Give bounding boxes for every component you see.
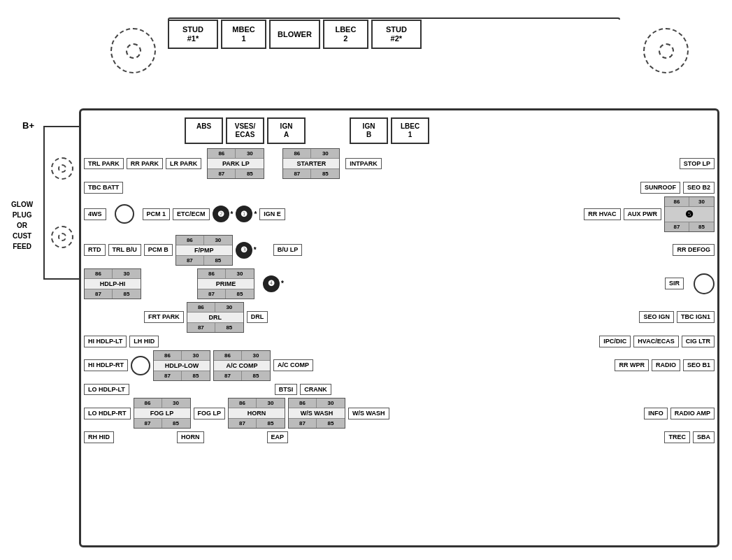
top-right-connector xyxy=(643,28,689,73)
num-circle-2: ❷ xyxy=(213,206,229,222)
stud1-box: STUD #1* xyxy=(168,20,218,49)
lbec1-box: LBEC1 xyxy=(391,117,429,144)
glow-plug-label: GLOWPLUGORCUSTFEED xyxy=(11,199,33,252)
trl-park-fuse: TRL PARK xyxy=(84,158,124,170)
fuse-row-6: FRT PARK 86 30 DRL 87 85 DRL SEO IGN TBC… xyxy=(81,302,717,333)
radio-amp-fuse: RADIO AMP xyxy=(670,408,715,419)
rr-park-fuse: RR PARK xyxy=(127,158,163,170)
ipc-dic-fuse: IPC/DIC xyxy=(599,336,631,347)
fuse-row-10: LO HDLP-RT 86 30 FOG LP 87 85 FOG LP 86 … xyxy=(81,398,717,429)
fuse-row-8: HI HDLP-RT 86 30 HDLP-LOW 87 85 86 30 xyxy=(81,350,717,381)
left-bottom-connector xyxy=(51,226,73,248)
num5-relay: 86 30 ❺ 87 85 xyxy=(664,196,715,232)
sir-fuse: SIR xyxy=(665,278,684,289)
hvac-ecas-fuse: HVAC/ECAS xyxy=(633,336,678,347)
park-lp-relay: 86 30 PARK LP 87 85 xyxy=(207,148,264,179)
num4-item: ❹ * xyxy=(263,275,284,292)
open-circle-1 xyxy=(115,204,134,224)
intpark-fuse: INTPARK xyxy=(345,158,381,170)
hdlp-hi-relay: 86 30 HDLP-HI 87 85 xyxy=(84,268,141,299)
fuse-row-3: 4WS PCM 1 ETC/ECM ❷ * ❶ * IGN E RR HVAC … xyxy=(81,196,717,232)
etc-ecm-fuse: ETC/ECM xyxy=(173,208,210,220)
lbec2-box: LBEC2 xyxy=(323,20,368,49)
pcm-b-fuse: PCM B xyxy=(144,244,173,256)
left-connector-box xyxy=(43,126,80,280)
main-container: STUD #1* MBEC1 BLOWER LBEC2 STUD#2* B+ G… xyxy=(0,0,732,560)
trl-bu-fuse: TRL B/U xyxy=(108,244,141,256)
tbc-ign1-fuse: TBC IGN1 xyxy=(677,311,715,323)
sunroof-fuse: SUNROOF xyxy=(640,182,680,194)
lo-hdlp-lt-fuse: LO HDLP-LT xyxy=(84,384,129,396)
frt-park-fuse: FRT PARK xyxy=(144,311,184,323)
hi-hdlp-rt-fuse: HI HDLP-RT xyxy=(84,359,128,371)
rr-hvac-fuse: RR HVAC xyxy=(584,208,620,220)
btsi-fuse: BTSI xyxy=(275,384,298,396)
bu-lp-fuse: B/U LP xyxy=(273,244,303,256)
top-left-connector xyxy=(110,28,156,73)
fog-lp-label-fuse: FOG LP xyxy=(194,408,226,419)
prime-relay: 86 30 PRIME 87 85 xyxy=(197,268,254,299)
fuse-row-1: TRL PARK RR PARK LR PARK 86 30 PARK LP 8… xyxy=(81,148,717,179)
num-circle-3: ❸ xyxy=(236,242,252,259)
seo-ign-fuse: SEO IGN xyxy=(639,311,674,323)
horn-label-fuse: HORN xyxy=(177,431,204,443)
fog-lp-relay: 86 30 FOG LP 87 85 xyxy=(134,398,191,429)
horn-relay: 86 30 HORN 87 85 xyxy=(228,398,285,429)
radio-fuse: RADIO xyxy=(652,359,680,371)
lo-hdlp-rt-fuse: LO HDLP-RT xyxy=(84,408,131,419)
hdlp-low-relay: 86 30 HDLP-LOW 87 85 xyxy=(153,350,210,381)
rr-defog-fuse: RR DEFOG xyxy=(673,244,715,256)
left-top-connector xyxy=(51,157,73,180)
num3-item: ❸ * xyxy=(236,242,257,259)
lh-hid-fuse: LH HID xyxy=(129,336,159,347)
crank-fuse: CRANK xyxy=(300,384,331,396)
tbc-batt-fuse: TBC BATT xyxy=(84,182,123,194)
open-circle-2 xyxy=(694,273,715,294)
stud2-box: STUD#2* xyxy=(371,20,422,49)
fpmp-relay: 86 30 F/PMP 87 85 xyxy=(175,235,233,266)
bplus-label: B+ xyxy=(22,120,34,131)
fuse-row-2: TBC BATT SUNROOF SEO B2 xyxy=(81,182,717,194)
fuse-row-11: RH HID HORN EAP TREC SBA xyxy=(81,431,717,443)
vses-box: VSES/ECAS xyxy=(226,117,264,144)
pcm1-fuse: PCM 1 xyxy=(143,208,171,220)
num2-item: ❷ * xyxy=(213,206,234,222)
drl-label-fuse: DRL xyxy=(247,311,268,323)
eap-fuse: EAP xyxy=(267,431,289,443)
hi-hdlp-lt-fuse: HI HDLP-LT xyxy=(84,336,127,347)
fuse-row-5: 86 30 HDLP-HI 87 85 86 30 PRIME 87 xyxy=(81,268,717,299)
rr-wpr-fuse: RR WPR xyxy=(615,359,649,371)
info-fuse: INFO xyxy=(644,408,668,419)
starter-relay: 86 30 STARTER 87 85 xyxy=(282,148,340,179)
fuse-row-4: RTD TRL B/U PCM B 86 30 F/PMP 87 85 ❸ * xyxy=(81,235,717,266)
top-box-row: STUD #1* MBEC1 BLOWER LBEC2 STUD#2* xyxy=(168,20,422,49)
ign-b-box: IGNB xyxy=(350,117,388,144)
seo-b1-fuse: SEO B1 xyxy=(683,359,715,371)
sba-fuse: SBA xyxy=(693,431,715,443)
ac-comp-relay: 86 30 A/C COMP 87 85 xyxy=(213,350,271,381)
fws-fuse: 4WS xyxy=(84,208,106,220)
open-circle-3 xyxy=(131,356,150,375)
ws-wash-relay: 86 30 W/S WASH 87 85 xyxy=(288,398,345,429)
ign-a-box: IGNA xyxy=(267,117,306,144)
num1-item: ❶ * xyxy=(236,206,257,222)
lr-park-fuse: LR PARK xyxy=(166,158,201,170)
ac-comp-label-fuse: A/C COMP xyxy=(273,359,313,371)
cig-ltr-fuse: CIG LTR xyxy=(682,336,715,347)
rh-hid-fuse: RH HID xyxy=(84,431,114,443)
abs-box: ABS xyxy=(185,117,223,144)
aux-pwr-fuse: AUX PWR xyxy=(624,208,662,220)
fuse-row-9: LO HDLP-LT BTSI CRANK xyxy=(81,384,717,396)
second-row-boxes: ABS VSES/ECAS IGNA IGNB LBEC1 xyxy=(185,117,717,144)
fuse-row-7: HI HDLP-LT LH HID IPC/DIC HVAC/ECAS CIG … xyxy=(81,336,717,347)
main-fuse-box: ABS VSES/ECAS IGNA IGNB LBEC1 TRL PARK R… xyxy=(79,108,719,547)
drl-relay: 86 30 DRL 87 85 xyxy=(187,302,244,333)
spacer1 xyxy=(308,117,347,144)
ws-wash-label-fuse: W/S WASH xyxy=(348,408,389,419)
ign-e-fuse: IGN E xyxy=(259,208,285,220)
stop-lp-fuse: STOP LP xyxy=(680,158,715,170)
num-circle-4: ❹ xyxy=(263,275,280,292)
seo-b2-fuse: SEO B2 xyxy=(683,182,715,194)
rtd-fuse: RTD xyxy=(84,244,106,256)
blower-box: BLOWER xyxy=(269,20,320,49)
